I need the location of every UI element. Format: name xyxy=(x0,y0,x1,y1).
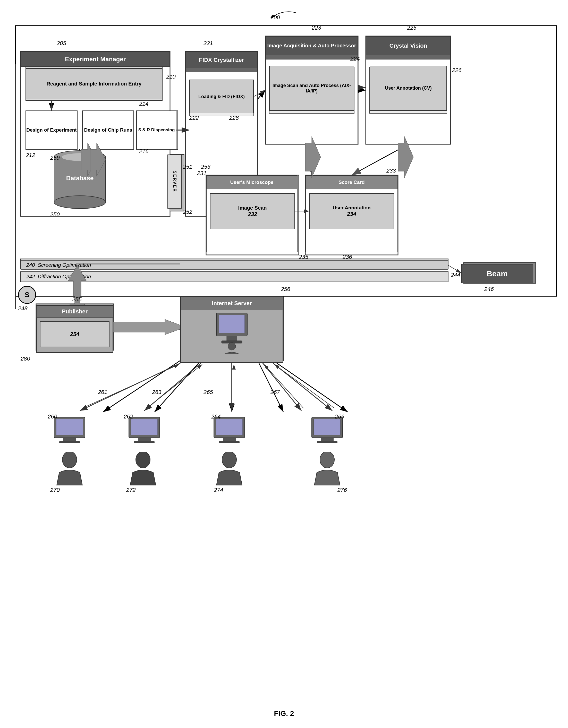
client-arrows xyxy=(0,361,464,425)
svg-rect-72 xyxy=(223,438,236,442)
server-computer-icon xyxy=(211,313,252,354)
svg-marker-103 xyxy=(68,265,86,296)
svg-rect-56 xyxy=(219,315,245,333)
svg-line-86 xyxy=(82,364,179,408)
svg-rect-73 xyxy=(219,441,239,443)
svg-point-74 xyxy=(222,452,236,468)
ref-272: 272 xyxy=(126,487,136,493)
ref-270: 270 xyxy=(50,487,60,493)
svg-rect-68 xyxy=(134,441,154,443)
ref-276: 276 xyxy=(338,487,347,493)
svg-marker-54 xyxy=(113,319,185,335)
publisher-inner-box: 254 xyxy=(40,321,109,347)
svg-line-98 xyxy=(254,90,265,97)
svg-rect-63 xyxy=(59,441,80,443)
fig-caption: FIG. 2 xyxy=(0,709,568,718)
svg-rect-62 xyxy=(63,438,76,442)
person-270 xyxy=(55,452,84,485)
svg-rect-57 xyxy=(227,336,237,341)
svg-point-59 xyxy=(228,342,236,350)
publisher-arrow xyxy=(113,319,185,335)
svg-rect-77 xyxy=(321,438,334,442)
person-272 xyxy=(129,452,157,485)
svg-point-64 xyxy=(62,452,77,468)
svg-line-81 xyxy=(80,363,180,411)
svg-line-87 xyxy=(147,364,202,408)
person-276 xyxy=(313,452,341,485)
svg-rect-78 xyxy=(317,441,338,443)
svg-marker-101 xyxy=(398,136,414,178)
svg-rect-67 xyxy=(138,438,151,442)
svg-line-90 xyxy=(274,364,334,408)
svg-line-104 xyxy=(448,265,461,273)
main-arrows xyxy=(0,0,568,309)
person-274 xyxy=(215,452,243,485)
svg-point-79 xyxy=(320,452,334,468)
ref-274: 274 xyxy=(214,487,223,493)
svg-marker-100 xyxy=(305,136,321,178)
svg-marker-97 xyxy=(90,143,106,176)
svg-point-69 xyxy=(136,452,150,468)
diagram: 200 Experiment Manager 205 Reagent and S… xyxy=(0,0,568,728)
